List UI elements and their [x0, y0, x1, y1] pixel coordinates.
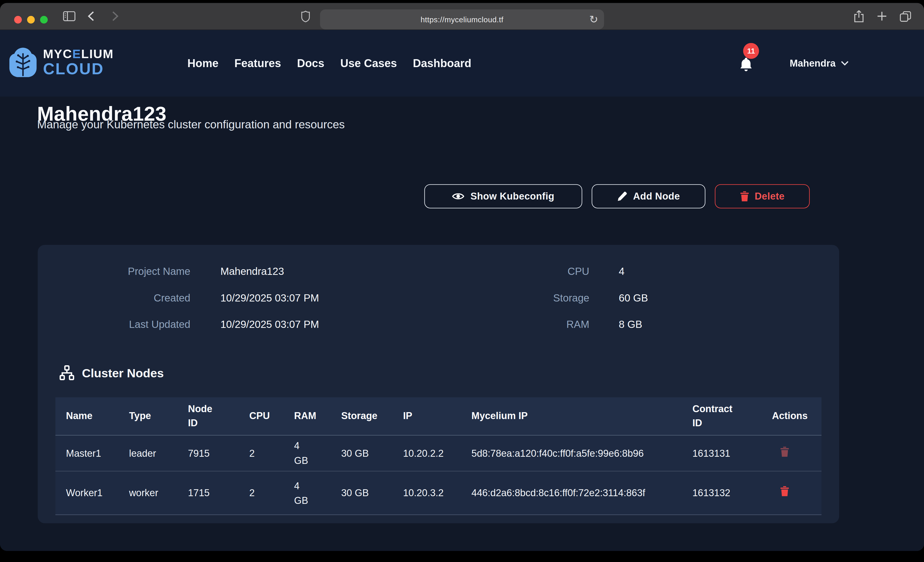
main-nav: Home Features Docs Use Cases Dashboard	[188, 30, 471, 97]
nav-item-docs[interactable]: Docs	[297, 57, 324, 70]
info-value: 8 GB	[619, 315, 642, 333]
cell-name: Worker1	[66, 486, 129, 500]
info-value: 4	[619, 263, 624, 280]
new-tab-button[interactable]	[878, 12, 886, 21]
cluster-actions: Show Kubeconfig Add Node	[424, 184, 810, 208]
add-node-button[interactable]: Add Node	[592, 184, 705, 208]
cluster-info-card: Project Name Mahendra123 Created 10/29/2…	[38, 245, 839, 523]
column-header-mycelium-ip: Mycelium IP	[471, 409, 692, 423]
table-row-worker1: Worker1 worker 1715 2 4 GB 30 GB 10.20.3…	[56, 472, 821, 515]
delete-node-button[interactable]	[780, 486, 789, 496]
cell-actions	[772, 486, 818, 500]
column-header-actions: Actions	[772, 409, 818, 423]
nav-item-home[interactable]: Home	[188, 57, 219, 70]
eye-icon	[452, 192, 464, 200]
cell-contract-id: 1613132	[692, 486, 772, 500]
delete-cluster-button[interactable]: Delete	[715, 184, 810, 208]
webpage: Mahendra123 Manage your Kubernetes clust…	[0, 30, 924, 551]
user-name: Mahendra	[790, 58, 836, 69]
cell-cpu: 2	[249, 446, 294, 460]
info-value: 10/29/2025 03:07 PM	[220, 315, 319, 333]
user-menu[interactable]: Mahendra	[790, 30, 849, 97]
column-header-storage: Storage	[341, 409, 403, 423]
share-button[interactable]	[854, 10, 864, 22]
safari-window: https://myceliumcloud.tf ↻	[0, 3, 924, 551]
cell-node-id: 1715	[188, 486, 249, 500]
page-title: Mahendra123	[37, 102, 166, 125]
column-header-cpu: CPU	[249, 409, 294, 423]
trash-icon	[780, 447, 789, 456]
nodes-table: Name Type Node ID CPU RAM Storage IP Myc…	[56, 397, 821, 515]
column-header-type: Type	[129, 409, 188, 423]
cell-ip: 10.20.2.2	[403, 446, 472, 460]
notifications-button[interactable]: 11	[736, 30, 764, 97]
fullscreen-window-button[interactable]	[40, 16, 48, 23]
nav-item-use-cases[interactable]: Use Cases	[340, 57, 397, 70]
chevron-down-icon	[841, 61, 849, 66]
delete-node-button[interactable]	[780, 447, 789, 456]
trash-icon	[740, 191, 748, 201]
cluster-nodes-heading: Cluster Nodes	[59, 365, 164, 381]
sidebar-toggle-button[interactable]	[63, 11, 75, 21]
minimize-window-button[interactable]	[27, 16, 35, 23]
cell-type: worker	[129, 486, 188, 500]
info-label: RAM	[450, 315, 590, 333]
nav-item-dashboard[interactable]: Dashboard	[413, 57, 471, 70]
browser-toolbar: https://myceliumcloud.tf ↻	[0, 3, 924, 30]
cluster-nodes-title: Cluster Nodes	[82, 366, 164, 380]
tabs-overview-button[interactable]	[900, 11, 911, 22]
cell-actions	[772, 446, 818, 460]
info-label: Storage	[450, 289, 590, 306]
trash-icon	[780, 486, 789, 496]
notification-badge: 11	[743, 43, 759, 59]
column-header-node-id: Node ID	[188, 402, 249, 430]
site-header: MYCELIUM CLOUD Home Features Docs Use Ca…	[0, 30, 924, 97]
address-bar[interactable]: https://myceliumcloud.tf ↻	[320, 9, 604, 30]
table-row-master1: Master1 leader 7915 2 4 GB 30 GB 10.20.2…	[56, 435, 821, 471]
info-value: Mahendra123	[220, 263, 284, 280]
cell-name: Master1	[66, 446, 129, 460]
site-logo[interactable]: MYCELIUM CLOUD	[8, 46, 114, 78]
info-value: 10/29/2025 03:07 PM	[220, 289, 319, 306]
forward-button[interactable]	[112, 11, 118, 21]
reload-button[interactable]: ↻	[590, 12, 598, 27]
cell-node-id: 7915	[188, 446, 249, 460]
cell-storage: 30 GB	[341, 446, 403, 460]
column-header-contract-id: Contract ID	[692, 402, 772, 430]
cell-ram: 4 GB	[294, 478, 341, 508]
url-text: https://myceliumcloud.tf	[421, 15, 503, 24]
back-button[interactable]	[88, 11, 94, 21]
column-header-ram: RAM	[294, 409, 341, 423]
close-window-button[interactable]	[14, 16, 22, 23]
info-label: Project Name	[38, 263, 190, 280]
cell-type: leader	[129, 446, 188, 460]
cell-contract-id: 1613131	[692, 446, 772, 460]
column-header-name: Name	[66, 409, 129, 423]
privacy-shield-icon	[301, 10, 310, 22]
pencil-icon	[617, 191, 627, 202]
logo-text: MYCELIUM CLOUD	[43, 48, 114, 77]
info-label: Created	[38, 289, 190, 306]
mycelium-cloud-logo-icon	[8, 46, 38, 78]
cell-ram: 4 GB	[294, 439, 341, 468]
cell-ip: 10.20.3.2	[403, 486, 472, 500]
cell-cpu: 2	[249, 486, 294, 500]
screen: https://myceliumcloud.tf ↻	[0, 0, 924, 562]
info-value: 60 GB	[619, 289, 648, 306]
bell-icon	[740, 58, 753, 72]
info-label: CPU	[450, 263, 590, 280]
table-header-row: Name Type Node ID CPU RAM Storage IP Myc…	[56, 397, 821, 435]
show-kubeconfig-button[interactable]: Show Kubeconfig	[424, 184, 582, 208]
cell-storage: 30 GB	[341, 486, 403, 500]
cell-mycelium-ip: 446:d2a6:8bcd:8c16:ff0f:72e2:3114:863f	[471, 486, 692, 500]
cluster-nodes-icon	[59, 365, 75, 381]
nav-item-features[interactable]: Features	[234, 57, 281, 70]
info-label: Last Updated	[38, 315, 190, 333]
cell-mycelium-ip: 5d8:78ea:a120:f40c:ff0f:a5fe:99e6:8b96	[471, 446, 692, 460]
column-header-ip: IP	[403, 409, 472, 423]
